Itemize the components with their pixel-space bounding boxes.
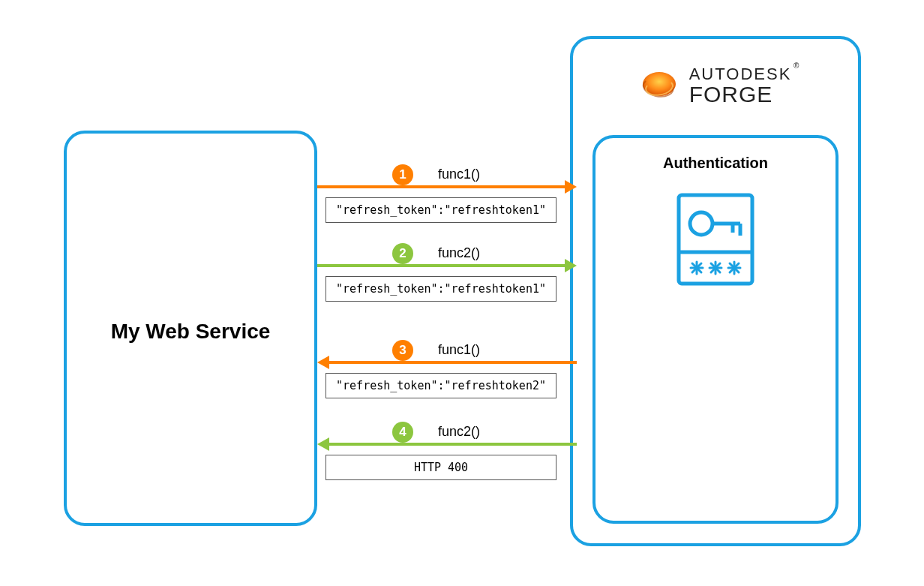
arrow-step-2 — [317, 264, 565, 267]
step-label-2: func2() — [438, 245, 480, 261]
auth-box: Authentication — [592, 135, 838, 524]
step-badge-2: 2 — [392, 243, 413, 264]
arrow-step-4 — [329, 443, 577, 446]
arrow-head-3 — [317, 356, 329, 369]
arrow-head-1 — [565, 180, 577, 194]
forge-brand: AUTODESK® FORGE — [573, 65, 858, 107]
step-label-3: func1() — [438, 342, 480, 358]
arrow-head-4 — [317, 437, 329, 451]
forge-logo-icon — [640, 65, 679, 107]
brand-line2: FORGE — [689, 83, 773, 107]
payload-4: HTTP 400 — [326, 455, 556, 480]
arrow-head-2 — [565, 259, 577, 272]
payload-2: "refresh_token":"refreshtoken1" — [326, 276, 556, 302]
payload-1: "refresh_token":"refreshtoken1" — [326, 197, 556, 223]
step-badge-4: 4 — [392, 422, 413, 443]
diagram-canvas: My Web Service — [0, 0, 924, 586]
client-box: My Web Service — [64, 131, 317, 526]
brand-line1: AUTODESK® — [689, 65, 792, 83]
step-label-1: func1() — [438, 167, 480, 182]
arrow-step-3 — [329, 361, 577, 364]
step-badge-3: 3 — [392, 340, 413, 361]
payload-3: "refresh_token":"refreshtoken2" — [326, 373, 556, 398]
step-label-4: func2() — [438, 424, 480, 440]
arrow-step-1 — [317, 185, 565, 188]
auth-title: Authentication — [596, 155, 836, 172]
key-lock-icon — [674, 191, 757, 291]
svg-point-3 — [690, 212, 712, 235]
step-badge-1: 1 — [392, 164, 413, 185]
client-title: My Web Service — [67, 320, 314, 344]
